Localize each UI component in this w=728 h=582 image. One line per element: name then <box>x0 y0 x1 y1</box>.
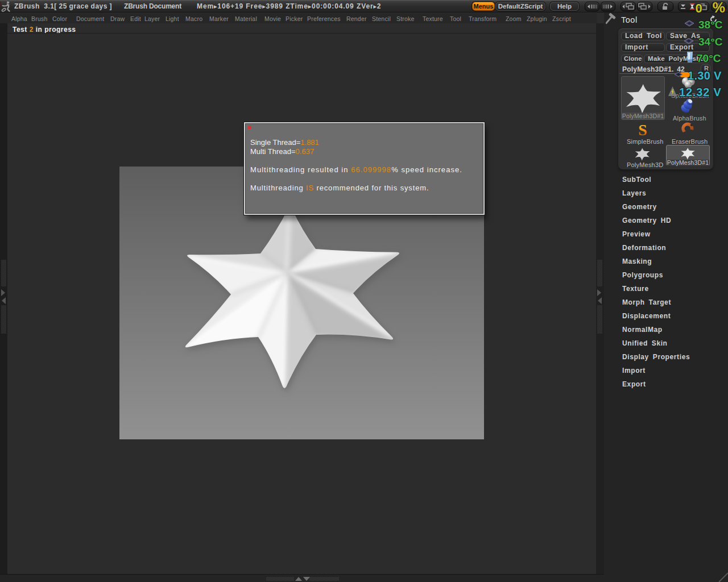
svg-text:S: S <box>638 122 647 137</box>
